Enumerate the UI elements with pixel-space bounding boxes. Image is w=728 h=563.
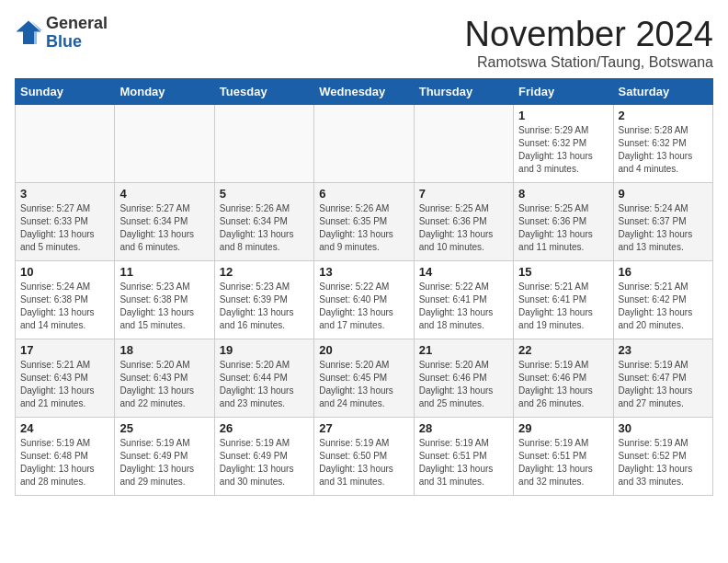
day-info: Sunrise: 5:25 AM Sunset: 6:36 PM Dayligh…: [518, 203, 593, 252]
table-row: 2Sunrise: 5:28 AM Sunset: 6:32 PM Daylig…: [613, 105, 712, 183]
day-info: Sunrise: 5:24 AM Sunset: 6:37 PM Dayligh…: [619, 203, 693, 252]
day-info: Sunrise: 5:20 AM Sunset: 6:46 PM Dayligh…: [419, 360, 494, 408]
day-info: Sunrise: 5:23 AM Sunset: 6:38 PM Dayligh…: [119, 282, 194, 330]
day-info: Sunrise: 5:19 AM Sunset: 6:52 PM Dayligh…: [619, 438, 693, 487]
day-number: 10: [20, 265, 109, 279]
day-number: 26: [220, 421, 309, 435]
logo: General Blue: [15, 15, 108, 52]
table-row: [414, 105, 513, 183]
day-number: 2: [619, 109, 708, 122]
day-info: Sunrise: 5:29 AM Sunset: 6:32 PM Dayligh…: [518, 125, 593, 174]
day-info: Sunrise: 5:19 AM Sunset: 6:50 PM Dayligh…: [319, 438, 393, 487]
day-info: Sunrise: 5:19 AM Sunset: 6:48 PM Dayligh…: [20, 438, 95, 487]
table-row: [314, 105, 414, 183]
title-area: November 2024 Ramotswa Station/Taung, Bo…: [465, 15, 713, 71]
calendar-table: Sunday Monday Tuesday Wednesday Thursday…: [15, 78, 713, 496]
table-row: 30Sunrise: 5:19 AM Sunset: 6:52 PM Dayli…: [613, 418, 712, 496]
day-info: Sunrise: 5:19 AM Sunset: 6:49 PM Dayligh…: [119, 438, 194, 487]
table-row: 15Sunrise: 5:21 AM Sunset: 6:41 PM Dayli…: [514, 261, 613, 339]
day-number: 20: [319, 343, 408, 357]
table-row: 4Sunrise: 5:27 AM Sunset: 6:34 PM Daylig…: [115, 183, 214, 261]
day-info: Sunrise: 5:28 AM Sunset: 6:32 PM Dayligh…: [619, 125, 693, 174]
day-info: Sunrise: 5:26 AM Sunset: 6:35 PM Dayligh…: [319, 203, 393, 252]
day-info: Sunrise: 5:19 AM Sunset: 6:51 PM Dayligh…: [419, 438, 494, 487]
header-sunday: Sunday: [16, 79, 115, 105]
table-row: 3Sunrise: 5:27 AM Sunset: 6:33 PM Daylig…: [16, 183, 115, 261]
calendar-header-row: Sunday Monday Tuesday Wednesday Thursday…: [16, 79, 713, 105]
day-info: Sunrise: 5:22 AM Sunset: 6:41 PM Dayligh…: [419, 282, 494, 330]
day-number: 9: [619, 187, 708, 201]
day-number: 6: [319, 187, 408, 201]
page-header: General Blue November 2024 Ramotswa Stat…: [15, 15, 713, 71]
day-info: Sunrise: 5:21 AM Sunset: 6:41 PM Dayligh…: [518, 282, 593, 330]
day-number: 30: [619, 421, 708, 435]
day-info: Sunrise: 5:20 AM Sunset: 6:45 PM Dayligh…: [319, 360, 393, 408]
day-number: 16: [619, 265, 708, 279]
table-row: 13Sunrise: 5:22 AM Sunset: 6:40 PM Dayli…: [314, 261, 414, 339]
day-info: Sunrise: 5:19 AM Sunset: 6:47 PM Dayligh…: [619, 360, 693, 408]
table-row: 11Sunrise: 5:23 AM Sunset: 6:38 PM Dayli…: [115, 261, 214, 339]
logo-general: General: [46, 15, 108, 33]
table-row: 22Sunrise: 5:19 AM Sunset: 6:46 PM Dayli…: [514, 339, 613, 418]
day-number: 4: [119, 187, 209, 201]
day-number: 15: [518, 265, 608, 279]
day-info: Sunrise: 5:27 AM Sunset: 6:34 PM Dayligh…: [119, 203, 194, 252]
day-info: Sunrise: 5:21 AM Sunset: 6:43 PM Dayligh…: [20, 360, 95, 408]
header-wednesday: Wednesday: [314, 79, 414, 105]
month-title: November 2024: [465, 15, 713, 54]
day-info: Sunrise: 5:27 AM Sunset: 6:33 PM Dayligh…: [20, 203, 95, 252]
table-row: [214, 105, 313, 183]
day-number: 25: [119, 421, 209, 435]
day-info: Sunrise: 5:22 AM Sunset: 6:40 PM Dayligh…: [319, 282, 393, 330]
day-info: Sunrise: 5:25 AM Sunset: 6:36 PM Dayligh…: [419, 203, 494, 252]
week-row-2: 3Sunrise: 5:27 AM Sunset: 6:33 PM Daylig…: [16, 183, 713, 261]
table-row: 26Sunrise: 5:19 AM Sunset: 6:49 PM Dayli…: [214, 418, 313, 496]
week-row-5: 24Sunrise: 5:19 AM Sunset: 6:48 PM Dayli…: [16, 418, 713, 496]
day-number: 11: [119, 265, 209, 279]
day-info: Sunrise: 5:19 AM Sunset: 6:46 PM Dayligh…: [518, 360, 593, 408]
table-row: 12Sunrise: 5:23 AM Sunset: 6:39 PM Dayli…: [214, 261, 313, 339]
header-monday: Monday: [115, 79, 214, 105]
header-saturday: Saturday: [613, 79, 712, 105]
day-number: 22: [518, 343, 608, 357]
logo-blue: Blue: [46, 33, 108, 52]
day-info: Sunrise: 5:24 AM Sunset: 6:38 PM Dayligh…: [20, 282, 95, 330]
logo-text: General Blue: [46, 15, 108, 52]
day-info: Sunrise: 5:21 AM Sunset: 6:42 PM Dayligh…: [619, 282, 693, 330]
table-row: 23Sunrise: 5:19 AM Sunset: 6:47 PM Dayli…: [613, 339, 712, 418]
day-number: 23: [619, 343, 708, 357]
day-number: 27: [319, 421, 408, 435]
table-row: 9Sunrise: 5:24 AM Sunset: 6:37 PM Daylig…: [613, 183, 712, 261]
table-row: 16Sunrise: 5:21 AM Sunset: 6:42 PM Dayli…: [613, 261, 712, 339]
day-number: 24: [20, 421, 109, 435]
header-friday: Friday: [514, 79, 613, 105]
day-info: Sunrise: 5:20 AM Sunset: 6:43 PM Dayligh…: [119, 360, 194, 408]
table-row: 1Sunrise: 5:29 AM Sunset: 6:32 PM Daylig…: [514, 105, 613, 183]
header-thursday: Thursday: [414, 79, 513, 105]
table-row: 5Sunrise: 5:26 AM Sunset: 6:34 PM Daylig…: [214, 183, 313, 261]
week-row-3: 10Sunrise: 5:24 AM Sunset: 6:38 PM Dayli…: [16, 261, 713, 339]
day-number: 21: [419, 343, 508, 357]
day-number: 19: [220, 343, 309, 357]
day-number: 7: [419, 187, 508, 201]
day-number: 1: [518, 109, 608, 122]
header-tuesday: Tuesday: [214, 79, 313, 105]
day-number: 14: [419, 265, 508, 279]
day-number: 3: [20, 187, 109, 201]
svg-marker-0: [17, 20, 41, 44]
day-number: 12: [220, 265, 309, 279]
table-row: 29Sunrise: 5:19 AM Sunset: 6:51 PM Dayli…: [514, 418, 613, 496]
table-row: 18Sunrise: 5:20 AM Sunset: 6:43 PM Dayli…: [115, 339, 214, 418]
table-row: [16, 105, 115, 183]
day-info: Sunrise: 5:23 AM Sunset: 6:39 PM Dayligh…: [220, 282, 294, 330]
day-info: Sunrise: 5:26 AM Sunset: 6:34 PM Dayligh…: [220, 203, 294, 252]
table-row: 19Sunrise: 5:20 AM Sunset: 6:44 PM Dayli…: [214, 339, 313, 418]
table-row: 27Sunrise: 5:19 AM Sunset: 6:50 PM Dayli…: [314, 418, 414, 496]
table-row: 14Sunrise: 5:22 AM Sunset: 6:41 PM Dayli…: [414, 261, 513, 339]
day-number: 18: [119, 343, 209, 357]
logo-icon: [15, 19, 42, 47]
week-row-1: 1Sunrise: 5:29 AM Sunset: 6:32 PM Daylig…: [16, 105, 713, 183]
table-row: 21Sunrise: 5:20 AM Sunset: 6:46 PM Dayli…: [414, 339, 513, 418]
table-row: 24Sunrise: 5:19 AM Sunset: 6:48 PM Dayli…: [16, 418, 115, 496]
day-number: 5: [220, 187, 309, 201]
